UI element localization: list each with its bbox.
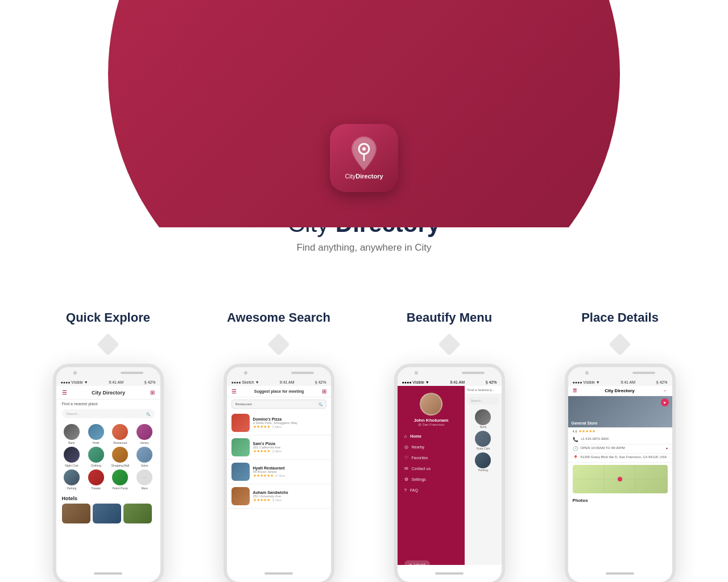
p3-right-search[interactable]: Search... (467, 397, 499, 405)
p2-result-1[interactable]: Domino'z Pizza 3 Delta Park, Smugglers W… (227, 411, 331, 435)
favorites-icon: ♡ (404, 455, 408, 460)
p3-sidebar-menu: John Khotunam @ San Francisco ⌂ Home ◎ N… (398, 386, 465, 565)
category-icon-clothing (88, 447, 104, 463)
feature-title-2: Awesome Search (227, 310, 330, 325)
menu-label-favorites: Favorites (412, 456, 428, 460)
hamburger-icon-2: ☰ (231, 388, 237, 394)
right-cat-label-bank: Bank (480, 425, 486, 429)
status-bar-1: ●●●● Visible ▼ 9:41 AM § 42% (56, 379, 160, 386)
diamond-icon-3 (438, 333, 461, 356)
category-nightclub[interactable]: Night Club (61, 447, 83, 467)
phone-speaker-1 (121, 372, 143, 374)
home-indicator-3 (435, 572, 464, 575)
home-indicator-1 (94, 572, 122, 575)
category-parking[interactable]: Parking (61, 469, 83, 490)
feature-title-3: Beautify Menu (407, 310, 492, 325)
right-cat-bank[interactable]: Bank (467, 409, 499, 429)
p4-photos-label: Photos (568, 496, 672, 505)
p1-search-bar[interactable]: Search... 🔍 (62, 409, 155, 418)
diamond-icon-2 (267, 333, 290, 356)
p2-search-bar[interactable]: Restaurant 🔍 (231, 400, 326, 409)
menu-item-settings[interactable]: ⚙ Settings (398, 474, 465, 485)
menu-item-contact[interactable]: ✉ Contact us (398, 463, 465, 474)
map-grid (573, 465, 668, 493)
grid-icon-2: ⊞ (322, 388, 326, 394)
category-icon-petrol (112, 469, 128, 485)
phone-screen-4: ●●●● Visible ▼ 9:41 AM § 42% ☰ City Dire… (568, 379, 672, 565)
p4-rating-value: 4.6 (573, 430, 577, 433)
avatar-3 (420, 393, 442, 415)
p4-app-header: ☰ City Directory ← (568, 386, 672, 396)
hero-content: CityDirectory (330, 124, 398, 199)
category-label-salon: Salon (141, 464, 148, 467)
clock-icon-4: 🕐 (573, 446, 578, 451)
phone-bottom-3 (398, 565, 502, 582)
category-shopping[interactable]: Shopping Mall (109, 447, 131, 467)
p2-result-img-1 (231, 414, 250, 432)
category-theater[interactable]: Theater (85, 469, 107, 490)
p2-result-3[interactable]: Hyatt Restaurant 55 Bryan Street ★★★★★★ … (227, 460, 331, 484)
phone-bottom-2 (227, 565, 331, 582)
p2-result-info-4: Auham Sandwichs 151 University Ave ★★★★★… (253, 490, 326, 502)
time-2: 9:41 AM (280, 380, 295, 384)
category-label-library: Library (140, 441, 148, 444)
p3-search-placeholder: Search... (470, 399, 483, 402)
phone-topbar-1 (56, 367, 160, 379)
time-1: 9:41 AM (109, 380, 123, 384)
logout-button[interactable]: ↪ Log out (404, 560, 430, 565)
home-indicator-4 (606, 572, 634, 575)
menu-label-nearby: Nearby (412, 445, 425, 449)
svg-point-1 (362, 147, 366, 151)
phone-icon-4: 📞 (573, 437, 578, 442)
p2-result-name-1: Domino'z Pizza (253, 417, 326, 421)
p3-user-name: John Khotunam (414, 418, 449, 423)
category-icon-parking (64, 469, 80, 485)
chevron-down-icon-4[interactable]: ▾ (666, 446, 668, 450)
back-icon-4[interactable]: ← (663, 388, 668, 393)
p1-hotel-images (56, 504, 160, 523)
time-4: 9:41 AM (621, 380, 635, 384)
menu-item-favorites[interactable]: ♡ Favorites (398, 452, 465, 463)
category-more[interactable]: ··· More (134, 469, 156, 490)
feature-title-4: Place Details (581, 310, 659, 325)
menu-label-settings: Settings (412, 477, 426, 481)
p2-result-info-2: Sam'z Pizza 201 California Ave ★★★★★ 2.0… (253, 442, 326, 454)
category-clothing[interactable]: Clothing (85, 447, 107, 467)
menu-label-home: Home (410, 434, 421, 438)
right-cat-icon-bank (475, 409, 491, 425)
signal-4: ●●●● Visible ▼ (573, 380, 600, 384)
category-hotel[interactable]: Hotel (85, 424, 107, 444)
p4-map-view[interactable] (573, 465, 668, 493)
status-bar-2: ●●●● Sketch ▼ 9:41 AM § 42% (227, 379, 331, 386)
right-cat-hyatt[interactable]: Hyatt Cafe (467, 431, 499, 450)
menu-item-faq[interactable]: ? FAQ (398, 485, 465, 496)
favorite-button-4[interactable]: ♥ (661, 398, 669, 406)
p4-address-row: 📍 51200 Geary Blvd Ste D, San Francisco,… (568, 454, 672, 463)
p2-result-name-2: Sam'z Pizza (253, 442, 326, 446)
menu-item-home[interactable]: ⌂ Home (398, 431, 465, 442)
signal-3: ●●●● Visible ▼ (402, 380, 429, 384)
category-restaurant[interactable]: Restaurant (109, 424, 131, 444)
p2-result-info-3: Hyatt Restaurant 55 Bryan Street ★★★★★★ … (253, 466, 326, 478)
category-icon-library (136, 424, 152, 440)
p2-result-4[interactable]: Auham Sandwichs 151 University Ave ★★★★★… (227, 484, 331, 509)
phone-speaker-4 (632, 372, 655, 374)
right-cat-icon-parking (475, 452, 491, 468)
menu-label-contact: Contact us (412, 467, 431, 471)
category-library[interactable]: Library (134, 424, 156, 444)
category-petrol[interactable]: Petrol Pump (109, 469, 131, 490)
category-label-clothing: Clothing (90, 464, 101, 467)
category-bank[interactable]: Bank (61, 424, 83, 444)
menu-item-nearby[interactable]: ◎ Nearby (398, 442, 465, 452)
search-icon-2: 🔍 (318, 402, 322, 406)
phone-speaker-2 (291, 372, 314, 374)
p3-avatar-area: John Khotunam @ San Francisco (398, 386, 465, 431)
right-cat-parking[interactable]: Parking (467, 452, 499, 472)
feature-quick-explore: Quick Explore ●●●● Visible ▼ 9:41 AM § 4… (23, 310, 193, 582)
home-indicator-2 (264, 572, 293, 575)
category-salon[interactable]: Salon (134, 447, 156, 467)
feature-awesome-search: Awesome Search ●●●● Sketch ▼ 9:41 AM § 4… (193, 310, 364, 582)
location-icon-4: 📍 (573, 455, 578, 460)
app-icon-text: CityDirectory (345, 173, 383, 180)
p2-result-2[interactable]: Sam'z Pizza 201 California Ave ★★★★★ 2.0… (227, 435, 331, 460)
